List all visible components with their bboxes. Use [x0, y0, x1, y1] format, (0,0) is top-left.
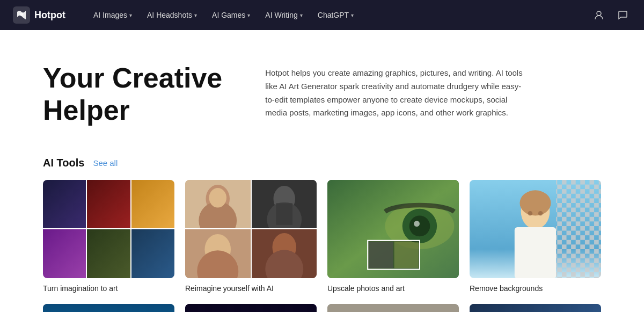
- tool-thumb-painting: [470, 304, 601, 312]
- mosaic-cell-4: [43, 229, 86, 278]
- tool-thumb-headshots: [185, 180, 317, 279]
- tool-thumb-removebg: [470, 180, 601, 279]
- nav-item-ai-headshots[interactable]: AI Headshots ▾: [141, 8, 203, 23]
- mosaic-cell-2: [87, 180, 130, 229]
- tools-section: AI Tools See all Turn imagination to art: [0, 148, 644, 312]
- svg-point-33: [528, 211, 533, 216]
- tools-header: AI Tools See all: [43, 157, 601, 169]
- tool-card-art[interactable]: Turn imagination to art: [43, 180, 174, 294]
- painting-svg: [470, 304, 601, 312]
- tool-label-removebg: Remove backgrounds: [470, 284, 543, 293]
- portrait-svg: [327, 304, 459, 312]
- tool-card-painting[interactable]: [470, 304, 601, 312]
- svg-point-1: [20, 13, 23, 16]
- see-all-link[interactable]: See all: [93, 158, 118, 168]
- nav-ai-headshots-label: AI Headshots: [147, 11, 192, 19]
- tool-thumb-art: [43, 180, 174, 279]
- nav-right: [590, 6, 631, 24]
- svg-rect-10: [276, 203, 292, 225]
- upscale-svg: [327, 180, 459, 279]
- nav-item-chatgpt[interactable]: ChatGPT ▾: [311, 8, 360, 23]
- hero-section: Your Creative Helper Hotpot helps you cr…: [0, 30, 644, 148]
- nav-ai-images-label: AI Images: [93, 11, 127, 19]
- brand-name: Hotpot: [34, 10, 65, 21]
- svg-point-6: [209, 188, 226, 207]
- nav-links: AI Images ▾ AI Headshots ▾ AI Games ▾ AI…: [87, 8, 586, 23]
- tool-card-upscale[interactable]: Upscale photos and art: [327, 180, 459, 294]
- svg-point-32: [519, 190, 551, 215]
- brand-link[interactable]: Hotpot: [13, 6, 65, 24]
- hs-cell-2: [252, 180, 317, 229]
- svg-rect-24: [394, 242, 419, 268]
- nav-ai-writing-label: AI Writing: [265, 11, 297, 19]
- svg-point-2: [597, 11, 601, 16]
- removebg-svg: [470, 180, 601, 279]
- nav-item-ai-writing[interactable]: AI Writing ▾: [259, 8, 309, 23]
- headshot-svg-4: [252, 229, 317, 278]
- tools-section-title: AI Tools: [43, 157, 84, 169]
- nav-chatgpt-label: ChatGPT: [318, 11, 349, 19]
- mosaic-cell-1: [43, 180, 86, 229]
- tool-thumb-sparks: [185, 304, 317, 312]
- svg-point-20: [409, 215, 430, 236]
- chevron-down-icon: ▾: [300, 12, 303, 18]
- tool-card-sparks[interactable]: [185, 304, 317, 312]
- tool-card-removebg[interactable]: Remove backgrounds: [470, 180, 601, 294]
- mosaic-cell-5: [87, 229, 130, 278]
- svg-rect-23: [369, 242, 393, 268]
- hero-title-line2: Helper: [43, 95, 130, 126]
- user-icon-button[interactable]: [590, 6, 608, 24]
- hero-description: Hotpot helps you create amazing graphics…: [265, 67, 523, 120]
- hs-cell-3: [185, 229, 251, 278]
- art-mosaic: [43, 180, 174, 279]
- mosaic-cell-3: [131, 180, 174, 229]
- sparks-svg: [185, 304, 317, 312]
- hero-title: Your Creative Helper: [43, 62, 222, 127]
- wave-svg: [43, 304, 174, 312]
- hs-cell-4: [252, 229, 317, 278]
- hero-title-line1: Your Creative: [43, 62, 222, 93]
- message-icon-button[interactable]: [614, 6, 631, 24]
- user-icon: [594, 10, 604, 20]
- message-icon: [617, 10, 628, 20]
- tool-thumb-portrait: [327, 304, 459, 312]
- chevron-down-icon: ▾: [351, 12, 354, 18]
- navbar: Hotpot AI Images ▾ AI Headshots ▾ AI Gam…: [0, 0, 644, 30]
- svg-rect-41: [185, 304, 317, 312]
- tool-label-headshots: Reimagine yourself with AI: [185, 284, 274, 293]
- svg-rect-64: [470, 304, 601, 312]
- chevron-down-icon: ▾: [129, 12, 132, 18]
- svg-point-34: [538, 211, 543, 216]
- hero-left: Your Creative Helper: [43, 62, 222, 127]
- tool-thumb-wave: [43, 304, 174, 312]
- headshots-mosaic: [185, 180, 317, 279]
- upscale-container: [327, 180, 459, 279]
- brand-icon: [13, 6, 30, 24]
- tool-thumb-upscale: [327, 180, 459, 279]
- headshot-svg-2: [252, 180, 317, 229]
- svg-rect-58: [327, 304, 459, 312]
- chevron-down-icon: ▾: [247, 12, 250, 18]
- svg-point-21: [414, 221, 420, 227]
- headshot-svg-1: [185, 180, 251, 229]
- tools-grid: Turn imagination to art: [43, 180, 601, 312]
- chevron-down-icon: ▾: [194, 12, 197, 18]
- svg-rect-31: [515, 227, 556, 279]
- tool-card-headshots[interactable]: Reimagine yourself with AI: [185, 180, 317, 294]
- hs-cell-1: [185, 180, 251, 229]
- nav-item-ai-images[interactable]: AI Images ▾: [87, 8, 138, 23]
- nav-ai-games-label: AI Games: [212, 11, 245, 19]
- hero-right: Hotpot helps you create amazing graphics…: [265, 62, 601, 120]
- tool-label-art: Turn imagination to art: [43, 284, 118, 293]
- tool-card-portrait[interactable]: [327, 304, 459, 312]
- tool-card-wave[interactable]: [43, 304, 174, 312]
- svg-rect-29: [556, 180, 601, 279]
- tool-label-upscale: Upscale photos and art: [327, 284, 405, 293]
- mosaic-cell-6: [131, 229, 174, 278]
- nav-item-ai-games[interactable]: AI Games ▾: [206, 8, 257, 23]
- headshot-svg-3: [185, 229, 251, 278]
- svg-rect-35: [43, 304, 174, 312]
